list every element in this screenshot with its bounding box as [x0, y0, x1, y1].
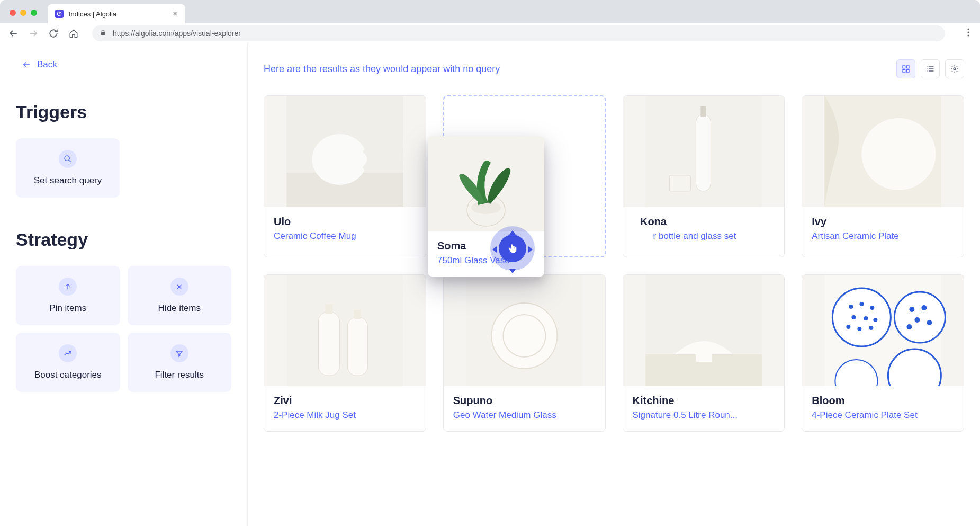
- svg-rect-30: [696, 354, 712, 362]
- svg-point-44: [922, 305, 927, 310]
- product-title: Supuno: [453, 395, 596, 407]
- drag-arrow-right-icon: [528, 245, 533, 255]
- svg-point-33: [849, 305, 853, 309]
- filter-icon: [170, 344, 188, 362]
- product-card[interactable]: KKona Water bottle and glass set: [623, 95, 785, 257]
- svg-rect-23: [325, 304, 332, 314]
- trigger-set-search-query[interactable]: Set search query: [16, 138, 120, 198]
- svg-point-40: [858, 327, 862, 331]
- product-grid: Ulo Ceramic Coffee Mug KKona Water bottl…: [264, 95, 964, 432]
- close-window-button[interactable]: [10, 10, 16, 16]
- triggers-heading: Triggers: [16, 102, 231, 122]
- svg-rect-17: [669, 175, 690, 191]
- product-title: Kitchine: [633, 395, 775, 407]
- arrow-right-icon: [29, 29, 38, 38]
- svg-point-32: [833, 288, 891, 346]
- strategy-boost-categories[interactable]: Boost categories: [16, 333, 120, 392]
- list-view-button[interactable]: [921, 59, 940, 78]
- forward-button[interactable]: [28, 28, 39, 39]
- svg-point-43: [910, 307, 915, 312]
- product-card[interactable]: Kitchine Signature 0.5 Litre Roun...: [623, 274, 785, 432]
- product-image: [264, 96, 426, 207]
- svg-point-35: [870, 306, 875, 310]
- address-bar[interactable]: https://algolia.com/apps/visual-explorer: [92, 25, 945, 41]
- svg-point-39: [847, 325, 851, 329]
- product-card[interactable]: Zivi 2-Piece Milk Jug Set: [264, 274, 426, 432]
- product-card[interactable]: Ivy Artisan Ceramic Plate: [802, 95, 964, 257]
- back-link-label: Back: [37, 59, 57, 70]
- close-tab-button[interactable]: [172, 10, 178, 18]
- strategy-pin-items[interactable]: Pin items: [16, 266, 120, 325]
- product-image: [802, 275, 964, 386]
- product-subtitle: Water bottle and glass set: [633, 231, 775, 242]
- product-card[interactable]: Ulo Ceramic Coffee Mug: [264, 95, 426, 257]
- svg-rect-22: [347, 317, 367, 376]
- strategy-grid: Pin items Hide items Boost categories Fi…: [16, 266, 231, 392]
- browser-menu-button[interactable]: [964, 28, 973, 39]
- minimize-window-button[interactable]: [20, 10, 26, 16]
- product-subtitle: Signature 0.5 Litre Roun...: [633, 410, 775, 421]
- grid-view-button[interactable]: [896, 59, 915, 78]
- back-link[interactable]: Back: [22, 59, 231, 70]
- svg-rect-24: [354, 310, 361, 319]
- strategy-hide-items[interactable]: Hide items: [128, 266, 232, 325]
- svg-point-45: [915, 317, 920, 323]
- close-icon: [172, 11, 178, 16]
- product-title: Ivy: [812, 216, 954, 228]
- product-title: Zivi: [274, 395, 416, 407]
- triggers-grid: Set search query: [16, 138, 231, 198]
- x-icon: [170, 278, 188, 296]
- pointer-hand-icon: [507, 243, 518, 254]
- strategy-card-label: Pin items: [49, 303, 86, 314]
- reload-button[interactable]: [48, 28, 59, 39]
- reload-icon: [49, 29, 58, 38]
- product-card[interactable]: Supuno Geo Water Medium Glass: [443, 274, 606, 432]
- svg-point-47: [907, 324, 912, 329]
- browser-tab[interactable]: Indices | Algolia: [48, 4, 185, 23]
- svg-rect-7: [906, 66, 909, 68]
- strategy-card-label: Hide items: [158, 303, 201, 314]
- drag-arrow-left-icon: [492, 245, 497, 255]
- algolia-favicon-icon: [55, 10, 64, 18]
- svg-rect-1: [101, 32, 105, 35]
- svg-point-41: [869, 326, 874, 330]
- settings-button[interactable]: [945, 59, 964, 78]
- svg-rect-50: [428, 136, 544, 231]
- gear-icon: [950, 65, 959, 73]
- product-title: KKona: [633, 216, 775, 228]
- trigger-card-label: Set search query: [34, 175, 102, 186]
- svg-rect-21: [318, 312, 339, 376]
- svg-point-46: [927, 320, 932, 325]
- arrow-left-icon: [22, 60, 31, 69]
- grid-icon: [902, 65, 910, 73]
- url-text: https://algolia.com/apps/visual-explorer: [113, 29, 241, 38]
- svg-rect-9: [906, 69, 909, 72]
- back-button[interactable]: [7, 28, 19, 39]
- main-content: Here are the results as they would appea…: [248, 43, 980, 526]
- product-image: [428, 136, 544, 231]
- home-button[interactable]: [68, 28, 79, 39]
- svg-rect-15: [696, 114, 711, 191]
- tab-title: Indices | Algolia: [69, 10, 167, 18]
- svg-point-3: [967, 31, 969, 33]
- strategy-heading: Strategy: [16, 229, 231, 250]
- svg-point-19: [862, 118, 936, 190]
- kebab-icon: [967, 28, 969, 37]
- svg-point-34: [860, 302, 864, 306]
- strategy-card-label: Boost categories: [34, 370, 102, 380]
- arrow-up-icon: [59, 278, 77, 296]
- product-image: [444, 275, 605, 386]
- svg-rect-6: [903, 66, 905, 68]
- drag-handle[interactable]: [499, 235, 526, 262]
- drag-arrow-down-icon: [509, 266, 516, 275]
- window-controls: [5, 10, 42, 23]
- strategy-filter-results[interactable]: Filter results: [128, 333, 232, 392]
- product-subtitle: Ceramic Coffee Mug: [274, 231, 416, 242]
- svg-rect-20: [286, 275, 403, 386]
- view-controls: [896, 59, 964, 78]
- product-title: Ulo: [274, 216, 416, 228]
- dragging-product-card[interactable]: Soma 750ml Glass Vase: [428, 136, 544, 277]
- product-card[interactable]: Bloom 4-Piece Ceramic Plate Set: [802, 274, 964, 432]
- svg-point-36: [852, 315, 856, 319]
- maximize-window-button[interactable]: [31, 10, 37, 16]
